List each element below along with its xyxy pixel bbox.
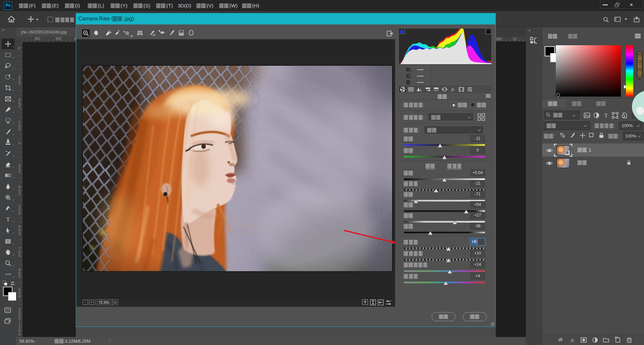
svg-text:fx: fx [571, 338, 574, 343]
svg-text:T: T [604, 113, 608, 118]
svg-text:T: T [6, 216, 10, 223]
svg-text:fx: fx [451, 87, 454, 92]
